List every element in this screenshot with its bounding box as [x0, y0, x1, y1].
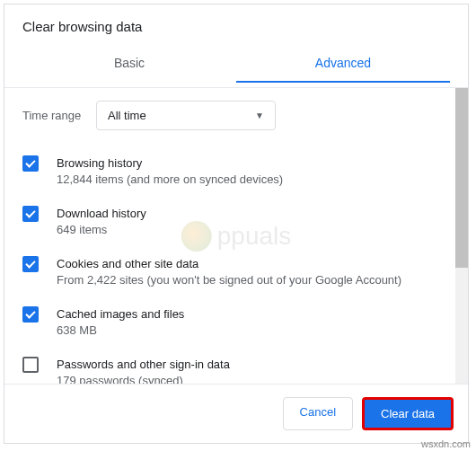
list-item: Cookies and other site data From 2,422 s…: [22, 247, 437, 297]
time-range-select[interactable]: All time ▼: [96, 101, 276, 130]
item-text: Passwords and other sign-in data 179 pas…: [57, 357, 437, 384]
checkbox-cached[interactable]: [22, 306, 39, 323]
item-sub: From 2,422 sites (you won't be signed ou…: [57, 272, 437, 288]
item-text: Cached images and files 638 MB: [57, 306, 437, 339]
content-wrap: Time range All time ▼ Browsing history 1…: [4, 88, 468, 384]
item-title: Cached images and files: [57, 306, 437, 323]
scrollbar-thumb[interactable]: [455, 88, 468, 268]
item-sub: 638 MB: [57, 323, 437, 339]
content: Time range All time ▼ Browsing history 1…: [4, 88, 455, 384]
item-title: Cookies and other site data: [57, 256, 437, 272]
dialog-footer: Cancel Clear data: [4, 384, 468, 443]
dialog-header: Clear browsing data Basic Advanced: [4, 4, 468, 88]
scrollbar[interactable]: [455, 88, 468, 384]
checkbox-cookies[interactable]: [22, 256, 39, 272]
time-range-row: Time range All time ▼: [22, 101, 437, 130]
clear-browsing-data-dialog: Clear browsing data Basic Advanced Time …: [4, 4, 469, 444]
item-text: Cookies and other site data From 2,422 s…: [57, 256, 437, 288]
item-title: Browsing history: [57, 155, 437, 172]
time-range-value: All time: [108, 109, 146, 122]
image-credit: wsxdn.com: [421, 438, 471, 449]
item-title: Passwords and other sign-in data: [57, 357, 437, 373]
dialog-title: Clear browsing data: [22, 19, 450, 34]
item-sub: 12,844 items (and more on synced devices…: [57, 172, 437, 188]
time-range-label: Time range: [22, 109, 96, 122]
tabs: Basic Advanced: [22, 47, 450, 82]
item-sub: 649 items: [57, 222, 437, 238]
checkbox-passwords[interactable]: [22, 357, 39, 373]
clear-data-button[interactable]: Clear data: [362, 397, 454, 430]
checkbox-download-history[interactable]: [22, 206, 39, 222]
list-item: Passwords and other sign-in data 179 pas…: [22, 348, 437, 384]
item-text: Browsing history 12,844 items (and more …: [57, 155, 437, 188]
list-item: Download history 649 items: [22, 197, 437, 247]
item-title: Download history: [57, 206, 437, 222]
chevron-down-icon: ▼: [255, 111, 264, 120]
tab-advanced[interactable]: Advanced: [236, 47, 450, 83]
cancel-button[interactable]: Cancel: [283, 397, 353, 430]
item-text: Download history 649 items: [57, 206, 437, 238]
list-item: Cached images and files 638 MB: [22, 297, 437, 348]
item-sub: 179 passwords (synced): [57, 373, 437, 384]
checkbox-browsing-history[interactable]: [22, 155, 39, 172]
tab-basic[interactable]: Basic: [22, 47, 236, 83]
list-item: Browsing history 12,844 items (and more …: [22, 146, 437, 197]
